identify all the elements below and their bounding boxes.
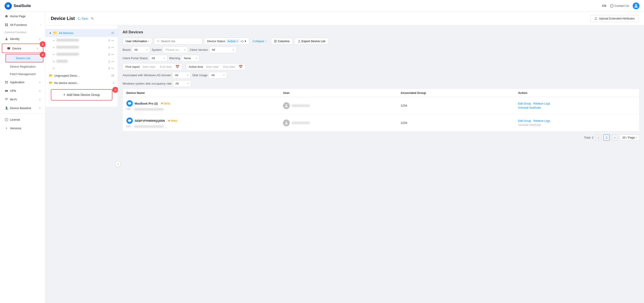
svg-rect-6 bbox=[7, 47, 10, 49]
active-tag[interactable]: Active ✕ bbox=[226, 39, 240, 43]
svg-text:VPN: VPN bbox=[6, 91, 7, 92]
sidebar-item-device[interactable]: Device ∨ bbox=[2, 43, 43, 53]
add-device-group-button[interactable]: + Add New Device Group bbox=[51, 89, 112, 100]
export-device-list-button[interactable]: Export Device List bbox=[294, 38, 329, 44]
search-icon bbox=[157, 40, 160, 43]
device-status-filter[interactable]: Device Status Active ✕ +1 ▾ bbox=[204, 38, 249, 45]
svg-rect-3 bbox=[6, 23, 8, 24]
active-time-separator: - bbox=[220, 65, 222, 68]
sidebar-item-home[interactable]: Home Page bbox=[0, 12, 45, 20]
page-1-button[interactable]: 1 bbox=[604, 134, 610, 141]
more-icon-4[interactable]: ••• bbox=[111, 60, 114, 63]
folder-icon: 📁 bbox=[53, 31, 58, 35]
top-navigation: SealSuite CN Contact Us bbox=[0, 0, 644, 12]
first-report-end[interactable]: End date bbox=[160, 65, 172, 68]
table-row: MacBook Pro (2) Sleep DID： bbox=[123, 97, 639, 114]
sidebar-item-all-functions[interactable]: All Functions › bbox=[0, 20, 45, 29]
user-information-filter[interactable]: User information ▾ bbox=[122, 38, 152, 44]
tree-panel: ▼ 📁 All Devices 30 ✏ 0 ••• ✏ bbox=[46, 25, 118, 107]
more-icon-2[interactable]: ••• bbox=[111, 46, 114, 49]
sidebar-item-license[interactable]: License bbox=[0, 115, 45, 124]
tree-ungrouped[interactable]: 📂 Ungrouped Devic... 19 bbox=[46, 72, 118, 79]
sidebar-sub-device-registration[interactable]: Device Registration bbox=[0, 63, 45, 70]
sidebar-item-wifi[interactable]: Wi-Fi ∨ bbox=[0, 95, 45, 104]
uninstall-sealsuite-link-1[interactable]: Uninstall SealSuite bbox=[518, 106, 636, 109]
upload-extended-attributes-button[interactable]: Upload Extended Attributes bbox=[590, 15, 638, 22]
active-tag-close[interactable]: ✕ bbox=[236, 40, 238, 42]
tree-sub-4[interactable]: ↻ 2 ••• bbox=[46, 58, 118, 65]
sidebar-sub-patch-management-label: Patch Management bbox=[10, 72, 36, 76]
home-icon bbox=[4, 14, 8, 18]
sidebar-item-application[interactable]: Application ∨ bbox=[0, 78, 45, 86]
device-name-2: SEBFVFHW0HQQ05N Sleep bbox=[126, 117, 283, 124]
sidebar-item-license-label: License bbox=[10, 118, 20, 121]
user-avatar-2 bbox=[283, 119, 290, 126]
search-input[interactable] bbox=[161, 39, 199, 43]
sidebar-item-identity-label: Identity bbox=[10, 37, 20, 41]
edit-icon-3: ✏ bbox=[53, 53, 55, 56]
tree-sub-1[interactable]: ✏ 0 ••• bbox=[46, 37, 118, 44]
client-version-select[interactable]: All ▾ bbox=[209, 46, 236, 53]
sidebar-divider bbox=[0, 114, 45, 114]
client-version-chevron: ▾ bbox=[233, 48, 234, 51]
ad-domain-select[interactable]: All ▾ bbox=[172, 72, 190, 78]
language-switch[interactable]: CN bbox=[602, 4, 606, 7]
ad-domain-chevron: ▾ bbox=[187, 74, 188, 76]
more-icon-1[interactable]: ••• bbox=[111, 39, 114, 42]
disk-usage-select[interactable]: All ▾ bbox=[209, 72, 227, 78]
first-report-start[interactable]: Start date bbox=[142, 65, 155, 68]
sidebar-item-vpn[interactable]: VPN VPN ∨ bbox=[0, 86, 45, 95]
active-time-filter: Active time Start date - End date 📅 bbox=[186, 63, 246, 70]
edit-group-link-2[interactable]: Edit Group bbox=[518, 119, 531, 122]
sync-button[interactable]: Sync bbox=[78, 17, 88, 20]
page-size-select[interactable]: 20 / Page ▾ bbox=[620, 135, 640, 140]
sidebar-item-versions[interactable]: Versions bbox=[0, 124, 45, 132]
tree-sub-3-count: 0 bbox=[108, 53, 110, 56]
edit-group-link-1[interactable]: Edit Group bbox=[518, 102, 531, 105]
active-time-end[interactable]: End date bbox=[223, 65, 235, 68]
columns-button[interactable]: Columns bbox=[271, 38, 292, 44]
sidebar-sub-patch-management[interactable]: Patch Management bbox=[0, 70, 45, 78]
sidebar-sub-device-list[interactable]: Device List bbox=[6, 54, 43, 62]
logo: SealSuite bbox=[4, 2, 31, 9]
chevron-down-icon3: ▾ bbox=[148, 40, 149, 42]
search-box[interactable] bbox=[154, 38, 202, 44]
warning-select[interactable]: None ▾ bbox=[181, 55, 200, 61]
collapse-button[interactable]: Collapse bbox=[251, 38, 269, 44]
sys-disk-select[interactable]: All ▾ bbox=[173, 80, 191, 87]
device-name-text-1: MacBook Pro (2) bbox=[134, 102, 158, 105]
tree-panel-collapse-button[interactable] bbox=[115, 161, 121, 167]
client-portal-chevron: ▾ bbox=[164, 57, 165, 59]
warning-label: Warning bbox=[169, 56, 180, 60]
client-portal-label: Client Portal Status bbox=[122, 56, 148, 60]
brand-select[interactable]: All ▾ bbox=[132, 46, 150, 53]
filter-row-2: Brand All ▾ System Please se... ▾ bbox=[122, 46, 640, 53]
user-avatar[interactable] bbox=[633, 2, 640, 9]
retrieve-logs-link-1[interactable]: Retrieve Logs bbox=[534, 102, 550, 105]
retrieve-logs-link-2[interactable]: Retrieve Logs bbox=[534, 119, 550, 122]
client-portal-select[interactable]: All ▾ bbox=[149, 55, 167, 61]
sidebar-item-versions-label: Versions bbox=[10, 127, 21, 130]
plus1-badge: +1 bbox=[240, 39, 244, 43]
sidebar-item-identity[interactable]: Identity ∨ bbox=[0, 34, 45, 43]
tree-sub-2[interactable]: ✏ 0 ••• bbox=[46, 44, 118, 51]
system-filter-group: System Please se... ▾ bbox=[152, 46, 188, 53]
tree-sub-3[interactable]: ✏ 0 ••• bbox=[46, 51, 118, 58]
tree-sub-5[interactable]: ↻ 9 ••• bbox=[46, 65, 118, 72]
contact-us-btn[interactable]: Contact Us bbox=[610, 4, 629, 8]
system-select[interactable]: Please se... ▾ bbox=[163, 46, 188, 53]
tree-all-devices[interactable]: ▼ 📁 All Devices 30 bbox=[46, 29, 118, 37]
svg-rect-16 bbox=[128, 102, 131, 104]
svg-rect-15 bbox=[276, 40, 276, 42]
page-prev-button[interactable]: ‹ bbox=[595, 134, 602, 141]
page-next-button[interactable]: › bbox=[612, 134, 618, 141]
more-icon-3[interactable]: ••• bbox=[111, 53, 114, 56]
first-report-calendar-icon: 📅 bbox=[176, 65, 179, 68]
device-info-1: MacBook Pro (2) Sleep DID： bbox=[126, 100, 283, 111]
more-icon-5[interactable]: ••• bbox=[111, 67, 114, 70]
active-time-start[interactable]: Start date bbox=[206, 65, 218, 68]
logo-icon bbox=[4, 2, 12, 9]
tree-no-device[interactable]: 📂 No device associ... 1 bbox=[46, 79, 118, 86]
sidebar-item-device-baseline[interactable]: Device Baseline ∨ bbox=[0, 104, 45, 112]
folder-icon-ungrouped: 📂 bbox=[49, 74, 53, 77]
